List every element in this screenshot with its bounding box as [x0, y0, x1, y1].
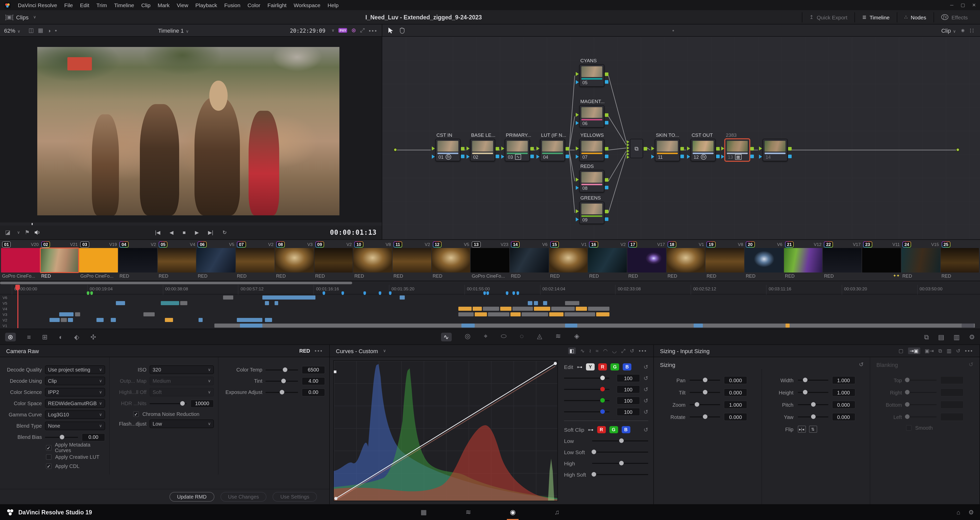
sizing-slider-pan[interactable]	[690, 380, 720, 381]
slider-knob[interactable]	[703, 378, 708, 382]
node-04-lut-if-n[interactable]: LUT (IF N...04	[540, 139, 565, 161]
slider-knob[interactable]	[905, 390, 910, 394]
rgb-output-port[interactable]	[605, 72, 608, 76]
rgb-output-port[interactable]	[461, 147, 465, 151]
node-options-icon[interactable]: ⁞⁞	[970, 27, 975, 33]
clip-13[interactable]: 13V23GoPro CineFo...	[471, 240, 509, 280]
stop-button[interactable]: ■	[183, 230, 186, 235]
key-input-port[interactable]	[432, 154, 437, 159]
slider-knob[interactable]	[619, 461, 624, 465]
select-color-space[interactable]: REDWideGamutRGB∨	[45, 399, 105, 408]
sizing-slider-left[interactable]	[906, 417, 937, 417]
rgb-output-port[interactable]	[716, 147, 720, 151]
key-input-port[interactable]	[576, 217, 581, 221]
clip-10[interactable]: 10V8RED	[353, 240, 392, 280]
timeline-clip-block[interactable]	[97, 318, 103, 322]
rgb-input-port[interactable]	[721, 146, 726, 151]
sizing-value-right[interactable]	[940, 388, 964, 396]
timeline-clip-block[interactable]	[475, 312, 487, 316]
node-11-skin-to[interactable]: SKIN TO...11	[655, 139, 680, 161]
node-tree-output-dot[interactable]	[956, 148, 959, 151]
primaries-bars-icon[interactable]: ≡	[27, 334, 31, 340]
layer-mixer-node[interactable]: ⧉	[630, 139, 643, 158]
rgb-output-port[interactable]	[605, 113, 608, 117]
key-input-port[interactable]	[536, 154, 542, 159]
menu-item-help[interactable]: Help	[328, 2, 339, 8]
menu-item-timeline[interactable]: Timeline	[114, 2, 134, 8]
timeline-clip-block[interactable]	[223, 296, 233, 299]
menu-item-edit[interactable]: Edit	[80, 2, 89, 8]
clip-03[interactable]: 03V19GoPro CineFo...	[80, 240, 118, 280]
clip-thumbnail[interactable]	[940, 248, 979, 272]
link-channels-icon[interactable]: ⊶	[577, 364, 582, 370]
clip-05[interactable]: 05V4RED	[158, 240, 196, 280]
key-input-port[interactable]	[576, 154, 581, 159]
timeline-clip-block[interactable]	[143, 312, 155, 316]
clip-thumbnail[interactable]	[353, 248, 392, 272]
curve-type-3-icon[interactable]: ≈	[596, 348, 598, 354]
clip-thumbnail[interactable]	[471, 248, 509, 272]
clip-08[interactable]: 08V3RED	[275, 240, 313, 280]
slider-knob[interactable]	[803, 390, 808, 394]
timeline-clip-block[interactable]	[534, 301, 538, 305]
wipe-chevron-icon[interactable]: ∨	[17, 230, 20, 235]
soft-clip-b-button[interactable]: B	[621, 426, 630, 433]
sizing-value-pan[interactable]: 0.000	[724, 376, 747, 384]
smooth-checkbox[interactable]	[906, 425, 912, 431]
sizing-value-top[interactable]	[940, 376, 964, 384]
slider-knob[interactable]	[592, 450, 597, 454]
timeline-clip-block[interactable]	[458, 312, 474, 316]
mixer-input-port[interactable]	[627, 143, 631, 146]
color-match-icon[interactable]: ⊞	[42, 334, 48, 340]
timeline-clip-block[interactable]	[400, 296, 405, 299]
value-hdr-nits[interactable]: 10000	[190, 399, 214, 407]
sizing-slider-top[interactable]	[906, 380, 937, 381]
sizing-slider-height[interactable]	[797, 392, 828, 393]
flip-horizontal-icon[interactable]: ▸|◂	[797, 426, 806, 433]
rgb-input-port[interactable]	[432, 146, 437, 151]
slider-knob[interactable]	[600, 387, 605, 391]
node-sizing-icon[interactable]: ⧉	[939, 348, 942, 354]
clip-23[interactable]: 23V11✦✦	[862, 240, 900, 280]
timeline-clip-block[interactable]	[275, 301, 278, 305]
node-view-mode[interactable]: Clip∨	[941, 27, 956, 33]
rgb-mixer-icon[interactable]: ⬖	[74, 334, 80, 340]
curves-expand-icon[interactable]: ⤢	[621, 348, 625, 354]
blur-icon[interactable]: ≋	[555, 332, 561, 341]
home-icon[interactable]: ⌂	[956, 509, 960, 516]
key-icon[interactable]: ◈	[574, 332, 579, 341]
clip-thumbnail[interactable]	[901, 248, 940, 272]
output-sizing-icon[interactable]: ▣⇥	[924, 348, 934, 354]
key-input-port[interactable]	[759, 154, 764, 159]
mixer-input-port[interactable]	[627, 149, 631, 153]
rgb-input-port[interactable]	[576, 113, 581, 117]
timeline-clip-block[interactable]	[500, 307, 511, 311]
media-page-icon[interactable]: ▦	[417, 506, 430, 518]
tracker-icon[interactable]: ◌	[520, 332, 524, 341]
timeline-clip-block[interactable]	[511, 312, 520, 316]
key-output-port[interactable]	[605, 154, 608, 158]
curve-type-1-icon[interactable]: ∿	[580, 348, 585, 354]
camera-raw-options-icon[interactable]: •••	[315, 348, 323, 354]
curve-type-2-icon[interactable]: ≀	[589, 348, 591, 354]
sizing-value-bottom[interactable]	[940, 401, 964, 409]
soft-clip-slider[interactable]	[592, 463, 648, 464]
clip-thumbnail[interactable]	[80, 248, 118, 272]
node-13-2383[interactable]: 238313▦	[725, 139, 750, 161]
pointer-tool-icon[interactable]	[387, 27, 393, 34]
select-iso[interactable]: 320∨	[150, 366, 214, 374]
rgb-output-port[interactable]	[750, 147, 754, 151]
clip-thumbnail[interactable]	[431, 248, 470, 272]
rgb-input-port[interactable]	[576, 178, 581, 182]
mixer-input-port[interactable]	[627, 140, 631, 143]
select-decode-quality[interactable]: Use project setting∨	[45, 366, 105, 374]
palette-settings-icon[interactable]: ⚙	[969, 334, 975, 340]
key-output-port[interactable]	[716, 154, 720, 158]
sizing-slider-tilt[interactable]	[690, 392, 720, 393]
color-warper-icon[interactable]: ◎	[465, 332, 471, 341]
row-reset-icon[interactable]: ↺	[644, 375, 648, 382]
checkbox-apply-creative-lut[interactable]	[46, 454, 52, 460]
slider-knob[interactable]	[600, 375, 605, 380]
menu-item-fusion[interactable]: Fusion	[224, 2, 240, 8]
clip-22[interactable]: 22V17RED	[823, 240, 862, 280]
